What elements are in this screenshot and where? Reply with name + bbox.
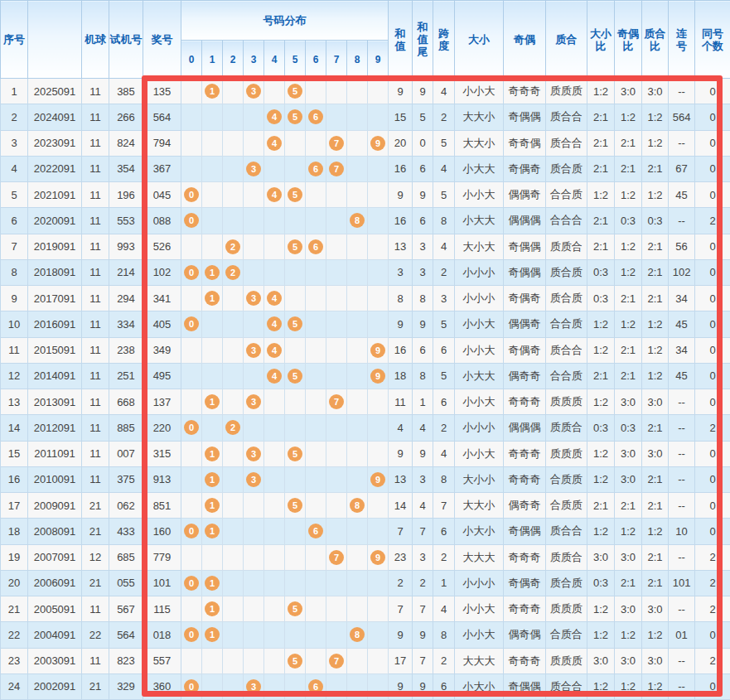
number-ball-7: 7 [329, 550, 344, 565]
cell-parity: 偶偶偶 [504, 415, 546, 441]
cell-digit-5: 5 [285, 182, 306, 208]
cell-parity: 奇偶偶 [504, 234, 546, 259]
cell-sum: 11 [389, 389, 413, 415]
cell-test: 685 [109, 544, 143, 570]
col-header-period-sortable[interactable] [28, 1, 82, 79]
cell-digit-0 [181, 648, 202, 673]
cell-digit-5 [285, 156, 306, 181]
cell-digit-7 [326, 363, 347, 389]
cell-sum_tail: 3 [413, 544, 433, 570]
cell-digit-8 [347, 104, 368, 130]
cell-prime_ratio: 1:2 [642, 673, 669, 699]
cell-digit-9 [368, 182, 389, 208]
cell-prime: 合质质 [546, 466, 587, 492]
header-line: 质合 [642, 27, 668, 40]
cell-digit-5: 5 [285, 648, 306, 673]
cell-machine: 11 [82, 466, 109, 492]
cell-digit-6 [306, 389, 326, 415]
number-ball-3: 3 [246, 162, 261, 176]
cell-digit-6 [306, 415, 326, 441]
cell-digit-0: 0 [181, 182, 202, 208]
cell-win: 564 [143, 104, 181, 130]
cell-prime_ratio: 1:2 [642, 363, 669, 389]
cell-consec: 45 [669, 182, 695, 208]
cell-period: 2018091 [28, 259, 82, 285]
cell-win: 102 [143, 259, 181, 285]
cell-prime: 质质合 [546, 415, 587, 441]
cell-consec: -- [669, 544, 695, 570]
cell-digit-5: 5 [285, 441, 306, 466]
number-ball-0: 0 [184, 213, 199, 228]
cell-digit-8 [347, 259, 368, 285]
cell-digit-7: 7 [326, 389, 347, 415]
cell-size: 小大小 [455, 673, 504, 699]
cell-digit-2: 2 [223, 259, 244, 285]
cell-parity: 奇偶奇 [504, 156, 546, 181]
cell-digit-0 [181, 544, 202, 570]
number-ball-1: 1 [205, 84, 220, 99]
cell-digit-5 [285, 570, 306, 596]
cell-digit-9 [368, 570, 389, 596]
cell-same_count: 2 [695, 544, 730, 570]
header-line: 奇偶 [504, 33, 545, 46]
header-line: 号 [669, 40, 694, 52]
cell-span: 4 [433, 234, 455, 259]
cell-digit-3 [244, 493, 264, 519]
cell-digit-4 [264, 259, 285, 285]
cell-parity_ratio: 3:0 [615, 648, 642, 673]
cell-digit-8 [347, 182, 368, 208]
cell-digit-7 [326, 466, 347, 492]
cell-parity: 奇奇奇 [504, 466, 546, 492]
col-header-digit-3: 3 [244, 41, 264, 79]
cell-digit-9: 9 [368, 544, 389, 570]
cell-same_count: 0 [695, 79, 730, 104]
cell-digit-3: 3 [244, 337, 264, 363]
cell-seq: 12 [1, 363, 28, 389]
cell-seq: 2 [1, 104, 28, 130]
cell-test: 993 [109, 234, 143, 259]
cell-digit-2 [223, 596, 244, 622]
cell-period: 2012091 [28, 415, 82, 441]
cell-sum_tail: 3 [413, 259, 433, 285]
table-row: 5202109111196045045995小小大偶偶奇合合质1:21:21:2… [1, 182, 730, 208]
cell-machine: 12 [82, 544, 109, 570]
number-ball-1: 1 [205, 394, 220, 409]
header-line: 大小 [587, 27, 614, 40]
cell-digit-0 [181, 596, 202, 622]
cell-digit-5 [285, 519, 306, 544]
cell-parity_ratio: 1:2 [615, 519, 642, 544]
cell-digit-9: 9 [368, 363, 389, 389]
cell-consec: 56 [669, 234, 695, 259]
cell-digit-7: 7 [326, 648, 347, 673]
cell-seq: 15 [1, 441, 28, 466]
cell-sum: 4 [389, 415, 413, 441]
cell-digit-6 [306, 596, 326, 622]
table-row: 112015091112383493491666小小大奇偶奇质合合1:22:11… [1, 337, 730, 363]
cell-prime_ratio: 1:2 [642, 311, 669, 337]
cell-parity_ratio: 2:1 [615, 363, 642, 389]
cell-digit-1 [202, 311, 223, 337]
cell-parity_ratio: 1:2 [615, 673, 642, 699]
table-row: 1202509111385135135994小小大奇奇奇质质质1:23:03:0… [1, 79, 730, 104]
number-ball-9: 9 [370, 472, 385, 487]
cell-win: 018 [143, 622, 181, 648]
cell-consec: -- [669, 596, 695, 622]
cell-digit-4 [264, 156, 285, 181]
cell-sum_tail: 8 [413, 363, 433, 389]
cell-prime: 质合合 [546, 104, 587, 130]
cell-digit-0 [181, 156, 202, 181]
cell-parity_ratio: 3:0 [615, 544, 642, 570]
cell-digit-8 [347, 234, 368, 259]
number-ball-3: 3 [246, 394, 261, 409]
cell-prime_ratio: 3:0 [642, 596, 669, 622]
cell-consec: -- [669, 79, 695, 104]
cell-prime: 合合质 [546, 182, 587, 208]
cell-seq: 5 [1, 182, 28, 208]
number-ball-0: 0 [184, 420, 199, 435]
cell-size_ratio: 0:3 [587, 570, 615, 596]
cell-digit-1: 1 [202, 441, 223, 466]
cell-span: 4 [433, 596, 455, 622]
cell-prime: 质合合 [546, 519, 587, 544]
col-header-digit-7: 7 [326, 41, 347, 79]
cell-sum_tail: 4 [413, 415, 433, 441]
